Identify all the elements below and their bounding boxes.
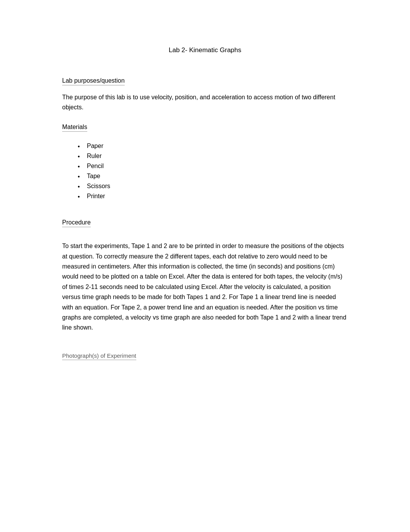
list-item: Pencil [78,163,348,170]
list-item: Scissors [78,183,348,190]
procedure-heading: Procedure [62,219,91,227]
photographs-section: Photograph(s) of Experiment [62,352,348,360]
lab-purpose-heading: Lab purposes/question [62,77,125,85]
list-item: Ruler [78,153,348,160]
procedure-section: Procedure To start the experiments, Tape… [62,219,348,333]
lab-purpose-text: The purpose of this lab is to use veloci… [62,92,348,112]
materials-list: Paper Ruler Pencil Tape Scissors Printer [78,143,348,200]
materials-heading: Materials [62,124,87,132]
page-title: Lab 2- Kinematic Graphs [62,46,348,54]
list-item: Paper [78,143,348,150]
photographs-heading: Photograph(s) of Experiment [62,352,136,360]
document-page: Lab 2- Kinematic Graphs Lab purposes/que… [39,0,371,383]
procedure-text: To start the experiments, Tape 1 and 2 a… [62,241,348,333]
list-item: Tape [78,173,348,180]
list-item: Printer [78,193,348,200]
lab-purpose-section: Lab purposes/question The purpose of thi… [62,77,348,112]
materials-section: Materials Paper Ruler Pencil Tape Scisso… [62,124,348,200]
